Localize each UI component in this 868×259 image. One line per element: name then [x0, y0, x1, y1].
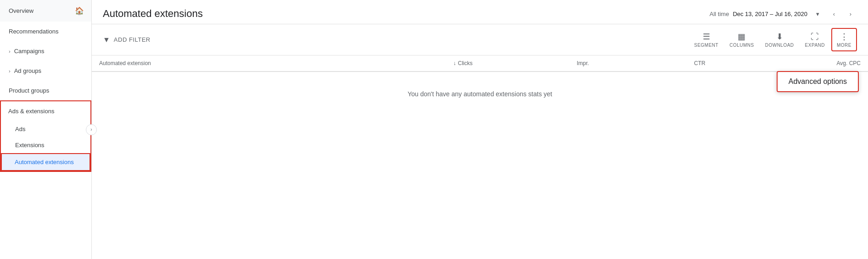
sidebar-item-overview[interactable]: Overview 🏠 [0, 0, 91, 22]
filter-icon: ▼ [103, 36, 110, 44]
col-header-clicks[interactable]: ↓ Clicks [364, 55, 480, 72]
page-title: Automated extensions [103, 8, 203, 20]
table-header: Automated extension ↓ Clicks Impr. CTR [92, 55, 868, 72]
data-table: Automated extension ↓ Clicks Impr. CTR [92, 55, 868, 116]
sidebar-collapse-button[interactable]: › [86, 124, 97, 135]
download-icon: ⬇ [776, 32, 783, 42]
advanced-options-dropdown[interactable]: Advanced options [777, 71, 859, 92]
overview-label: Overview [9, 7, 34, 14]
sort-down-icon: ↓ [454, 60, 456, 66]
sidebar-item-ad-groups[interactable]: › Ad groups [0, 61, 91, 81]
add-filter-button[interactable]: ▼ ADD FILTER [103, 36, 151, 44]
segment-label: SEGMENT [694, 43, 718, 48]
table-body: You don't have any automated extensions … [92, 72, 868, 116]
col-header-automated-extension: Automated extension [92, 55, 364, 72]
columns-button[interactable]: ▦ COLUMNS [725, 29, 759, 50]
ad-groups-label: Ad groups [14, 67, 41, 74]
sidebar: › Overview 🏠 Recommendations › Campaigns… [0, 0, 92, 259]
sidebar-item-ads[interactable]: Ads [1, 121, 90, 137]
sidebar-item-extensions[interactable]: Extensions [1, 137, 90, 153]
sidebar-item-product-groups[interactable]: Product groups [0, 81, 91, 100]
sidebar-item-ads-extensions[interactable]: Ads & extensions [1, 101, 90, 121]
download-label: DOWNLOAD [765, 43, 794, 48]
product-groups-label: Product groups [9, 87, 49, 94]
chevron-right-nav-icon: › [850, 11, 851, 17]
sidebar-item-campaigns[interactable]: › Campaigns [0, 41, 91, 61]
empty-state-row: You don't have any automated extensions … [92, 72, 868, 116]
empty-state-message: You don't have any automated extensions … [408, 90, 552, 98]
sidebar-item-recommendations[interactable]: Recommendations [0, 22, 91, 41]
columns-icon: ▦ [738, 32, 745, 42]
ads-extensions-group: Ads & extensions Ads Extensions Automate… [0, 100, 91, 172]
chevron-left-nav-icon: ‹ [833, 11, 835, 17]
main-content: Automated extensions All time Dec 13, 20… [92, 0, 868, 259]
date-range-label: All time [710, 11, 729, 17]
more-icon: ⋮ [840, 32, 848, 42]
recommendations-label: Recommendations [9, 28, 58, 35]
table-container: Automated extension ↓ Clicks Impr. CTR [92, 55, 868, 259]
download-button[interactable]: ⬇ DOWNLOAD [761, 29, 799, 50]
date-range-value: Dec 13, 2017 – Jul 16, 2020 [733, 11, 807, 17]
campaigns-label: Campaigns [14, 48, 45, 55]
col-header-impr[interactable]: Impr. [480, 55, 597, 72]
date-next-button[interactable]: › [844, 7, 857, 20]
page-header: Automated extensions All time Dec 13, 20… [92, 0, 868, 24]
ads-label: Ads [15, 126, 25, 132]
automated-extensions-label: Automated extensions [15, 159, 74, 165]
add-filter-label: ADD FILTER [114, 36, 151, 43]
expand-icon: ⛶ [811, 32, 819, 42]
advanced-options-label: Advanced options [789, 77, 847, 85]
dropdown-arrow-icon: ▾ [816, 11, 819, 17]
campaigns-chevron-icon: › [9, 49, 11, 54]
ad-groups-chevron-icon: › [9, 68, 11, 74]
date-prev-button[interactable]: ‹ [828, 7, 840, 20]
date-dropdown-button[interactable]: ▾ [811, 7, 824, 20]
more-label: MORE [837, 43, 851, 48]
toolbar: ▼ ADD FILTER ☰ SEGMENT ▦ COLUMNS ⬇ DOWNL… [92, 24, 868, 55]
extensions-label: Extensions [15, 142, 45, 149]
col-header-ctr[interactable]: CTR [596, 55, 713, 72]
more-button[interactable]: ⋮ MORE [831, 28, 857, 51]
home-icon: 🏠 [75, 6, 84, 15]
expand-label: EXPAND [805, 43, 825, 48]
columns-label: COLUMNS [729, 43, 754, 48]
sidebar-item-automated-extensions[interactable]: Automated extensions [1, 153, 90, 171]
col-header-avg-cpc[interactable]: Avg. CPC [713, 55, 868, 72]
chevron-left-icon: › [90, 127, 92, 132]
expand-button[interactable]: ⛶ EXPAND [801, 29, 829, 50]
header-right: All time Dec 13, 2017 – Jul 16, 2020 ▾ ‹… [710, 7, 857, 20]
ads-extensions-label: Ads & extensions [8, 108, 54, 115]
segment-button[interactable]: ☰ SEGMENT [689, 29, 723, 50]
toolbar-actions: ☰ SEGMENT ▦ COLUMNS ⬇ DOWNLOAD ⛶ EXPAND … [689, 28, 857, 51]
segment-icon: ☰ [703, 32, 710, 42]
